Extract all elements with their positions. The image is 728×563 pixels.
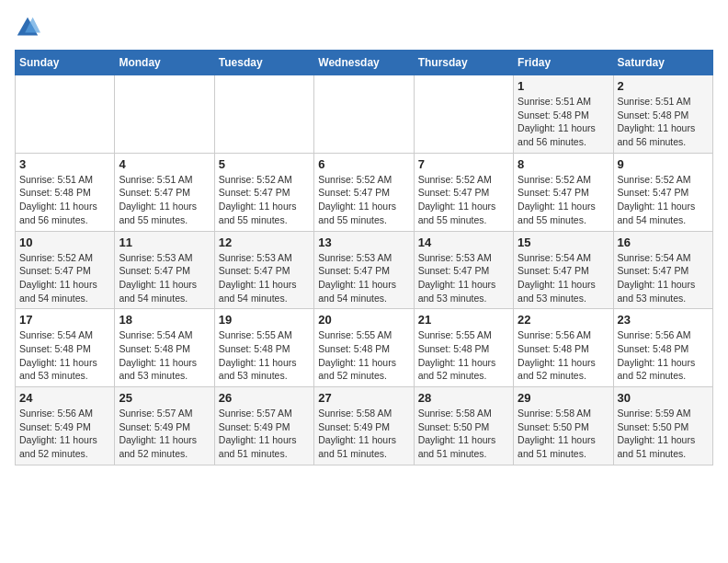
- day-info: Sunrise: 5:51 AM Sunset: 5:48 PM Dayligh…: [518, 95, 609, 149]
- col-header-thursday: Thursday: [414, 51, 513, 75]
- day-cell: 15Sunrise: 5:54 AM Sunset: 5:47 PM Dayli…: [514, 231, 613, 309]
- day-number: 21: [418, 313, 509, 327]
- week-row-5: 24Sunrise: 5:56 AM Sunset: 5:49 PM Dayli…: [16, 387, 713, 465]
- day-cell: [16, 75, 115, 154]
- day-info: Sunrise: 5:51 AM Sunset: 5:47 PM Dayligh…: [119, 173, 210, 227]
- day-number: 20: [318, 313, 409, 327]
- day-number: 2: [618, 79, 709, 93]
- day-info: Sunrise: 5:54 AM Sunset: 5:48 PM Dayligh…: [19, 328, 110, 383]
- day-info: Sunrise: 5:58 AM Sunset: 5:49 PM Dayligh…: [318, 407, 409, 461]
- day-cell: 18Sunrise: 5:54 AM Sunset: 5:48 PM Dayli…: [115, 309, 214, 387]
- day-cell: 8Sunrise: 5:52 AM Sunset: 5:47 PM Daylig…: [514, 153, 613, 231]
- day-cell: 2Sunrise: 5:51 AM Sunset: 5:48 PM Daylig…: [613, 75, 712, 154]
- day-cell: 14Sunrise: 5:53 AM Sunset: 5:47 PM Dayli…: [414, 231, 513, 309]
- day-cell: 27Sunrise: 5:58 AM Sunset: 5:49 PM Dayli…: [314, 387, 414, 465]
- day-number: 17: [19, 313, 110, 327]
- day-number: 11: [119, 236, 210, 249]
- day-info: Sunrise: 5:51 AM Sunset: 5:48 PM Dayligh…: [19, 173, 110, 227]
- day-cell: 17Sunrise: 5:54 AM Sunset: 5:48 PM Dayli…: [16, 309, 115, 387]
- day-number: 18: [119, 313, 210, 327]
- day-number: 5: [219, 157, 310, 171]
- day-info: Sunrise: 5:52 AM Sunset: 5:47 PM Dayligh…: [418, 173, 509, 227]
- day-cell: 24Sunrise: 5:56 AM Sunset: 5:49 PM Dayli…: [16, 387, 115, 465]
- col-header-tuesday: Tuesday: [214, 51, 313, 75]
- day-cell: [314, 75, 414, 154]
- day-cell: 12Sunrise: 5:53 AM Sunset: 5:47 PM Dayli…: [214, 231, 313, 309]
- day-info: Sunrise: 5:57 AM Sunset: 5:49 PM Dayligh…: [119, 407, 210, 461]
- day-cell: 3Sunrise: 5:51 AM Sunset: 5:48 PM Daylig…: [16, 153, 115, 231]
- day-number: 14: [418, 236, 509, 249]
- day-cell: 26Sunrise: 5:57 AM Sunset: 5:49 PM Dayli…: [214, 387, 313, 465]
- day-info: Sunrise: 5:52 AM Sunset: 5:47 PM Dayligh…: [518, 173, 609, 227]
- day-info: Sunrise: 5:55 AM Sunset: 5:48 PM Dayligh…: [418, 328, 509, 383]
- day-cell: 25Sunrise: 5:57 AM Sunset: 5:49 PM Dayli…: [115, 387, 214, 465]
- col-header-sunday: Sunday: [16, 51, 115, 75]
- week-row-3: 10Sunrise: 5:52 AM Sunset: 5:47 PM Dayli…: [16, 231, 713, 309]
- day-info: Sunrise: 5:57 AM Sunset: 5:49 PM Dayligh…: [219, 407, 310, 461]
- day-number: 29: [518, 391, 609, 405]
- day-info: Sunrise: 5:52 AM Sunset: 5:47 PM Dayligh…: [19, 251, 110, 305]
- day-cell: 1Sunrise: 5:51 AM Sunset: 5:48 PM Daylig…: [514, 75, 613, 154]
- day-info: Sunrise: 5:53 AM Sunset: 5:47 PM Dayligh…: [119, 251, 210, 305]
- day-cell: 28Sunrise: 5:58 AM Sunset: 5:50 PM Dayli…: [414, 387, 513, 465]
- week-row-2: 3Sunrise: 5:51 AM Sunset: 5:48 PM Daylig…: [16, 153, 713, 231]
- day-info: Sunrise: 5:56 AM Sunset: 5:48 PM Dayligh…: [518, 328, 609, 383]
- day-number: 16: [618, 236, 709, 249]
- day-number: 10: [19, 236, 110, 249]
- day-number: 24: [19, 391, 110, 405]
- day-number: 8: [518, 157, 609, 171]
- day-info: Sunrise: 5:55 AM Sunset: 5:48 PM Dayligh…: [219, 328, 310, 383]
- day-cell: 5Sunrise: 5:52 AM Sunset: 5:47 PM Daylig…: [214, 153, 313, 231]
- day-number: 22: [518, 313, 609, 327]
- day-number: 23: [618, 313, 709, 327]
- day-number: 9: [618, 157, 709, 171]
- week-row-1: 1Sunrise: 5:51 AM Sunset: 5:48 PM Daylig…: [16, 75, 713, 154]
- day-number: 28: [418, 391, 509, 405]
- day-info: Sunrise: 5:53 AM Sunset: 5:47 PM Dayligh…: [418, 251, 509, 305]
- day-number: 26: [219, 391, 310, 405]
- day-info: Sunrise: 5:54 AM Sunset: 5:47 PM Dayligh…: [618, 251, 709, 305]
- day-info: Sunrise: 5:52 AM Sunset: 5:47 PM Dayligh…: [219, 173, 310, 227]
- day-cell: 22Sunrise: 5:56 AM Sunset: 5:48 PM Dayli…: [514, 309, 613, 387]
- col-header-saturday: Saturday: [613, 51, 712, 75]
- day-number: 30: [618, 391, 709, 405]
- week-row-4: 17Sunrise: 5:54 AM Sunset: 5:48 PM Dayli…: [16, 309, 713, 387]
- day-cell: [115, 75, 214, 154]
- day-cell: 21Sunrise: 5:55 AM Sunset: 5:48 PM Dayli…: [414, 309, 513, 387]
- day-info: Sunrise: 5:56 AM Sunset: 5:48 PM Dayligh…: [618, 328, 709, 383]
- day-info: Sunrise: 5:54 AM Sunset: 5:48 PM Dayligh…: [119, 328, 210, 383]
- day-number: 3: [19, 157, 110, 171]
- col-header-monday: Monday: [115, 51, 214, 75]
- day-info: Sunrise: 5:58 AM Sunset: 5:50 PM Dayligh…: [518, 407, 609, 461]
- day-info: Sunrise: 5:53 AM Sunset: 5:47 PM Dayligh…: [219, 251, 310, 305]
- day-cell: 4Sunrise: 5:51 AM Sunset: 5:47 PM Daylig…: [115, 153, 214, 231]
- day-info: Sunrise: 5:54 AM Sunset: 5:47 PM Dayligh…: [518, 251, 609, 305]
- day-info: Sunrise: 5:52 AM Sunset: 5:47 PM Dayligh…: [318, 173, 409, 227]
- day-cell: 6Sunrise: 5:52 AM Sunset: 5:47 PM Daylig…: [314, 153, 414, 231]
- day-cell: 7Sunrise: 5:52 AM Sunset: 5:47 PM Daylig…: [414, 153, 513, 231]
- logo: [15, 15, 44, 40]
- day-number: 15: [518, 236, 609, 249]
- day-cell: 9Sunrise: 5:52 AM Sunset: 5:47 PM Daylig…: [613, 153, 712, 231]
- col-header-wednesday: Wednesday: [314, 51, 414, 75]
- day-cell: 23Sunrise: 5:56 AM Sunset: 5:48 PM Dayli…: [613, 309, 712, 387]
- day-info: Sunrise: 5:59 AM Sunset: 5:50 PM Dayligh…: [618, 407, 709, 461]
- day-info: Sunrise: 5:58 AM Sunset: 5:50 PM Dayligh…: [418, 407, 509, 461]
- day-info: Sunrise: 5:51 AM Sunset: 5:48 PM Dayligh…: [618, 95, 709, 149]
- day-cell: 29Sunrise: 5:58 AM Sunset: 5:50 PM Dayli…: [514, 387, 613, 465]
- calendar-header: SundayMondayTuesdayWednesdayThursdayFrid…: [16, 51, 713, 75]
- day-cell: 20Sunrise: 5:55 AM Sunset: 5:48 PM Dayli…: [314, 309, 414, 387]
- day-number: 25: [119, 391, 210, 405]
- day-info: Sunrise: 5:52 AM Sunset: 5:47 PM Dayligh…: [618, 173, 709, 227]
- day-cell: 19Sunrise: 5:55 AM Sunset: 5:48 PM Dayli…: [214, 309, 313, 387]
- day-cell: 16Sunrise: 5:54 AM Sunset: 5:47 PM Dayli…: [613, 231, 712, 309]
- day-cell: 13Sunrise: 5:53 AM Sunset: 5:47 PM Dayli…: [314, 231, 414, 309]
- day-cell: [414, 75, 513, 154]
- day-cell: 30Sunrise: 5:59 AM Sunset: 5:50 PM Dayli…: [613, 387, 712, 465]
- day-number: 19: [219, 313, 310, 327]
- logo-icon: [15, 15, 40, 40]
- day-number: 4: [119, 157, 210, 171]
- day-cell: 10Sunrise: 5:52 AM Sunset: 5:47 PM Dayli…: [16, 231, 115, 309]
- day-info: Sunrise: 5:55 AM Sunset: 5:48 PM Dayligh…: [318, 328, 409, 383]
- day-number: 13: [318, 236, 409, 249]
